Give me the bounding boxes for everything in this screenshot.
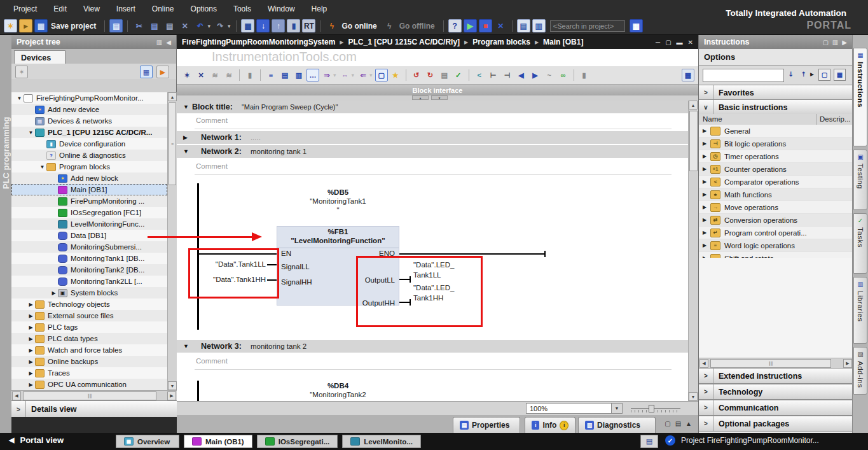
taskbar-button-fc[interactable]: IOsSegregati... (257, 435, 338, 448)
instruction-group-math[interactable]: ▶±Math functions (699, 188, 852, 201)
dock-icon[interactable]: ▥ (832, 39, 838, 46)
split-vertical-icon[interactable]: ▥ (532, 19, 546, 32)
scrollbar-thumb[interactable]: ∥∥ (710, 359, 831, 368)
section-optional-packages[interactable]: >Optional packages (699, 416, 852, 432)
rail-tab-testing[interactable]: ▣Testing (853, 150, 867, 210)
rail-tab-tasks[interactable]: ✓Tasks (853, 213, 867, 274)
dropdown-caret-icon[interactable]: ▾ (369, 72, 373, 78)
section-basic-instructions[interactable]: ∨ Basic instructions (699, 99, 853, 115)
section-extended-instructions[interactable]: >Extended instructions (699, 368, 852, 384)
restore-icon[interactable]: ▢ (665, 39, 671, 46)
menu-view[interactable]: View (76, 3, 107, 15)
operand-input-ll[interactable]: "Data".Tank1LL (202, 260, 266, 268)
collapse-arrow-icon[interactable]: > (699, 400, 713, 415)
start-simulation-icon[interactable]: ▶ (464, 19, 477, 32)
lock-icon[interactable]: ▮ (578, 69, 591, 81)
save-project-icon[interactable]: ▦ (34, 19, 48, 32)
collapse-arrow-icon[interactable]: > (699, 85, 713, 100)
consistency-check-icon[interactable]: ✓ (452, 69, 465, 81)
taskbar-button-overview[interactable]: ▦Overview (116, 435, 179, 448)
collapse-arrow-icon[interactable]: ▶ (50, 290, 58, 296)
tree-item[interactable]: ?Online & diagnostics (11, 150, 167, 161)
tree-item[interactable]: ▼FireFightingPumpRoomMonitor... (11, 92, 167, 104)
favorites-star-icon[interactable]: ★ (389, 69, 402, 81)
go-offline-label[interactable]: Go offline (399, 22, 435, 31)
tree-item[interactable]: Data [DB1] (11, 230, 167, 241)
name-column-header[interactable]: Name (703, 115, 722, 123)
zoom-slider[interactable] (631, 405, 680, 412)
scroll-right-icon[interactable]: ▶ (843, 359, 852, 368)
tree-item[interactable]: ▼Program blocks (11, 161, 167, 172)
new-project-icon[interactable]: ✶ (4, 19, 17, 32)
menu-tools[interactable]: Tools (226, 3, 258, 15)
splitter-down-icon[interactable]: ▼ (431, 95, 448, 100)
pin-eno[interactable]: ENO (379, 250, 395, 257)
breadcrumb-item[interactable]: Main [OB1] (543, 38, 583, 46)
breadcrumb-item[interactable]: Program blocks (472, 38, 530, 46)
jump-forward-icon[interactable]: ▶ (529, 69, 542, 81)
block-title-row[interactable]: ▼ Block title: "Main Program Sweep (Cycl… (177, 101, 688, 114)
search-up-icon[interactable]: ⇡ (798, 69, 809, 80)
close-all-networks-icon[interactable]: ▥ (293, 69, 305, 81)
split-horizontal-icon[interactable]: ▤ (517, 19, 530, 32)
insert-row-icon[interactable]: ≋ (209, 69, 221, 81)
go-offline-icon[interactable]: ϟ (383, 19, 396, 32)
collapse-arrow-icon[interactable]: ▶ (703, 204, 710, 210)
collapse-arrow-icon[interactable]: ▶ (703, 230, 710, 236)
details-view-header[interactable]: > Details view (11, 400, 177, 417)
tree-item[interactable]: ▶Technology objects (11, 299, 167, 310)
collapse-arrow-icon[interactable]: ▶ (703, 192, 710, 197)
menu-options[interactable]: Options (184, 3, 224, 15)
insert-network-icon[interactable]: ✶ (181, 69, 193, 81)
redo-icon[interactable]: ↷ (214, 19, 227, 32)
open-branch-icon[interactable]: ⊢ (487, 69, 500, 81)
rail-tab-add-ins[interactable]: ▨Add-ins (853, 347, 867, 395)
scrollbar-thumb[interactable]: ≡ (169, 102, 176, 185)
block-interface-toggle-icon[interactable]: ▢ (375, 69, 388, 81)
instruction-group-program-control[interactable]: ▶↵Program control operati... (699, 227, 852, 239)
cross-references-icon[interactable]: ✕ (494, 19, 507, 32)
delete-icon[interactable]: ✕ (178, 19, 191, 32)
close-branch-icon[interactable]: ⊣ (501, 69, 514, 81)
collapse-arrow-icon[interactable]: ▶ (27, 359, 35, 365)
expand-arrow-icon[interactable]: ∨ (699, 100, 713, 115)
details-list-icon[interactable]: ▦ (140, 66, 153, 78)
scroll-up-icon[interactable]: ▲ (168, 92, 177, 101)
editor-vertical-scrollbar[interactable]: ▲ ▼ (688, 101, 699, 401)
collapse-arrow-icon[interactable]: ▶ (703, 243, 710, 248)
dropdown-caret-icon[interactable]: ▾ (352, 72, 355, 78)
tree-item[interactable]: ▮Device configuration (11, 138, 167, 150)
description-column-header[interactable]: Descrip... (820, 115, 851, 123)
operand-output-hh-line2[interactable]: Tank1HH (413, 294, 443, 302)
toggle-comments-icon[interactable]: … (307, 69, 319, 81)
operand-output-ll-line1[interactable]: "Data".LED_ (413, 261, 454, 269)
pin-signal-ll[interactable]: SignalLL (281, 263, 310, 271)
instruction-group-conversion[interactable]: ▶⇄Conversion operations (699, 214, 852, 227)
compile-icon[interactable]: ▦ (241, 19, 254, 32)
collapse-up-icon[interactable]: ▲ (685, 420, 692, 427)
collapse-arrow-icon[interactable]: ▶ (183, 134, 191, 141)
collapse-arrow-icon[interactable]: ▶ (703, 166, 710, 172)
upload-from-device-icon[interactable]: ↑ (272, 19, 285, 32)
network-1-header[interactable]: ▶ Network 1: ..... (177, 131, 688, 144)
collapse-arrow-icon[interactable]: ▶ (27, 336, 35, 342)
scroll-up-icon[interactable]: ▲ (689, 101, 698, 109)
scroll-left-icon[interactable]: ◀ (699, 359, 708, 368)
expand-arrow-icon[interactable]: ▼ (27, 130, 35, 136)
portal-view-button[interactable]: ◀ Portal view (9, 435, 64, 445)
accessible-devices-icon[interactable]: ? (448, 19, 462, 32)
tree-item[interactable]: ▶Traces (11, 367, 167, 379)
project-tree-horizontal-scrollbar[interactable]: ◀ ∥∥ ▶ (11, 390, 177, 401)
instruction-group-comparator[interactable]: ▶<Comparator operations (699, 176, 852, 188)
instructions-horizontal-scrollbar[interactable]: ◀ ∥∥ ▶ (699, 358, 853, 369)
splitter-up-icon[interactable]: ▲ (412, 95, 429, 100)
column-divider[interactable] (816, 114, 817, 125)
float-panel-icon[interactable]: ▢ (818, 69, 830, 81)
tree-item[interactable]: Main [OB1] (11, 184, 167, 195)
operand-input-hh[interactable]: "Data".Tank1HH (202, 276, 266, 283)
section-communication[interactable]: >Communication (699, 400, 852, 416)
expand-arrow-icon[interactable]: ▼ (183, 343, 191, 349)
rail-tab-libraries[interactable]: ▥Libraries (853, 277, 867, 344)
pin-en[interactable]: EN (281, 250, 291, 257)
rail-tab-instructions[interactable]: ▦Instructions (853, 48, 867, 146)
